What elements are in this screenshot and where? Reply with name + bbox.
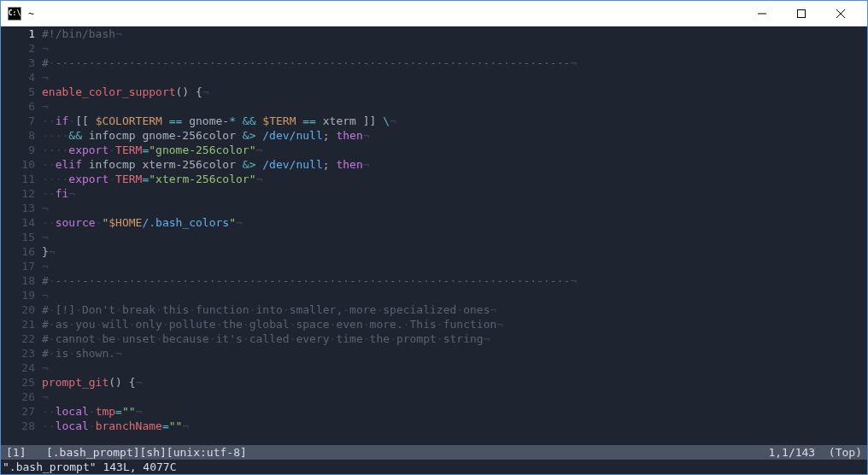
line-number: 13: [1, 201, 35, 215]
code-line[interactable]: ¬: [42, 70, 867, 85]
line-number: 22: [1, 331, 35, 346]
line-number: 21: [1, 317, 35, 331]
line-number: 6: [1, 99, 35, 114]
code-line[interactable]: }¬: [42, 244, 867, 259]
line-number: 27: [1, 404, 35, 419]
status-encoding: [unix:utf-8]: [167, 446, 247, 459]
editor-viewport[interactable]: 1234567891011121314151617181920212223242…: [1, 26, 867, 474]
line-number: 28: [1, 419, 35, 433]
line-number: 26: [1, 390, 35, 404]
code-line[interactable]: ¬: [42, 41, 867, 56]
line-number: 20: [1, 302, 35, 317]
close-icon: [836, 9, 845, 18]
line-number: 2: [1, 41, 35, 56]
line-number: 4: [1, 70, 35, 85]
code-line[interactable]: ··fi¬: [42, 186, 867, 201]
maximize-icon: [797, 9, 806, 18]
code-line[interactable]: ····export·TERM="xterm-256color"¬: [42, 172, 867, 186]
status-line: [1] [.bash_prompt][sh][unix:utf-8] 1,1/1…: [1, 445, 867, 460]
line-number: 18: [1, 273, 35, 288]
line-number: 25: [1, 375, 35, 390]
code-line[interactable]: enable_color_support() {¬: [42, 85, 867, 99]
line-number: 10: [1, 157, 35, 172]
line-number: 11: [1, 172, 35, 186]
minimize-icon: [758, 9, 766, 18]
line-number: 1: [1, 26, 35, 41]
line-number: 12: [1, 186, 35, 201]
line-number: 15: [1, 230, 35, 244]
close-button[interactable]: [821, 1, 860, 26]
code-line[interactable]: ··source·"$HOME/.bash_colors"¬: [42, 215, 867, 230]
window-controls: [742, 1, 860, 26]
line-number: 5: [1, 85, 35, 99]
code-line[interactable]: #·[!]·Don't·break·this·function·into·sma…: [42, 302, 867, 317]
line-number: 14: [1, 215, 35, 230]
line-number: 19: [1, 288, 35, 302]
code-line[interactable]: ¬: [42, 201, 867, 215]
code-line[interactable]: ¬: [42, 259, 867, 273]
code-line[interactable]: ¬: [42, 230, 867, 244]
code-line[interactable]: ¬: [42, 288, 867, 302]
code-area[interactable]: 1234567891011121314151617181920212223242…: [1, 26, 867, 445]
code-line[interactable]: #·-·-·-·-·-·-·-·-·-·-·-·-·-·-·-·-·-·-·-·…: [42, 56, 867, 70]
titlebar[interactable]: C:\ ~: [1, 1, 867, 26]
line-number-gutter: 1234567891011121314151617181920212223242…: [1, 26, 42, 445]
code-line[interactable]: ¬: [42, 390, 867, 404]
code-line[interactable]: ····export·TERM="gnome-256color"¬: [42, 143, 867, 157]
line-number: 3: [1, 56, 35, 70]
cursor-position: 1,1/143: [768, 446, 815, 459]
code-line[interactable]: #!/bin/bash¬: [42, 26, 867, 41]
line-number: 8: [1, 128, 35, 143]
code-line[interactable]: #·cannot·be·unset·because·it's·called·ev…: [42, 331, 867, 346]
code-line[interactable]: ¬: [42, 99, 867, 114]
scroll-indicator: (Top): [829, 446, 862, 459]
command-line-text: ".bash_prompt" 143L, 4077C: [3, 460, 177, 473]
code-line[interactable]: #·is·shown.¬: [42, 346, 867, 361]
code-line[interactable]: #·as·you·will·only·pollute·the·global·sp…: [42, 317, 867, 331]
line-number: 17: [1, 259, 35, 273]
buffer-number: [1]: [6, 446, 26, 459]
svg-rect-1: [798, 9, 806, 17]
minimize-button[interactable]: [742, 1, 782, 26]
line-number: 23: [1, 346, 35, 361]
command-line[interactable]: ".bash_prompt" 143L, 4077C: [1, 460, 867, 474]
app-icon: C:\: [8, 7, 21, 21]
line-number: 7: [1, 114, 35, 128]
code-line[interactable]: ··local·tmp=""¬: [42, 404, 867, 419]
code-line[interactable]: ··elif infocmp xterm-256color &> /dev/nu…: [42, 157, 867, 172]
code-line[interactable]: ····&& infocmp gnome-256color &> /dev/nu…: [42, 128, 867, 143]
code-line[interactable]: ¬: [42, 361, 867, 375]
code-line[interactable]: #·-·-·-·-·-·-·-·-·-·-·-·-·-·-·-·-·-·-·-·…: [42, 273, 867, 288]
window-title: ~: [28, 8, 742, 20]
code-line[interactable]: prompt_git() {¬: [42, 375, 867, 390]
line-number: 9: [1, 143, 35, 157]
terminal-window: C:\ ~ 1234567891011121314151617181920212…: [0, 0, 868, 475]
code-line[interactable]: ··if·[[ $COLORTERM == gnome-* && $TERM =…: [42, 114, 867, 128]
line-number: 24: [1, 361, 35, 375]
maximize-button[interactable]: [782, 1, 821, 26]
status-filename: [.bash_prompt]: [46, 446, 140, 459]
line-number: 16: [1, 244, 35, 259]
status-filetype: [sh]: [140, 446, 167, 459]
code-lines[interactable]: #!/bin/bash¬¬#·-·-·-·-·-·-·-·-·-·-·-·-·-…: [42, 26, 867, 445]
code-line[interactable]: ··local·branchName=""¬: [42, 419, 867, 433]
